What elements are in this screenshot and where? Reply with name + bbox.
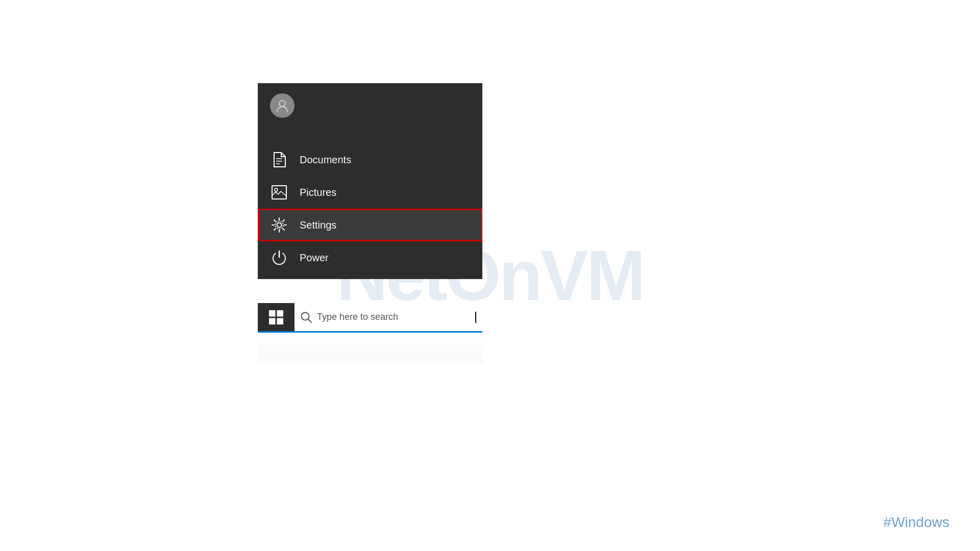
documents-label: Documents: [300, 154, 351, 166]
svg-point-0: [279, 101, 285, 107]
search-icon: [301, 312, 312, 323]
hashtag-label: #Windows: [884, 514, 949, 531]
document-icon: [270, 151, 288, 169]
search-bar-area: Type here to search: [258, 303, 482, 333]
search-cursor: [475, 312, 476, 323]
start-button[interactable]: [258, 303, 295, 331]
search-input-container[interactable]: Type here to search: [295, 303, 482, 331]
pictures-label: Pictures: [300, 187, 336, 198]
menu-item-pictures[interactable]: Pictures: [258, 176, 482, 209]
svg-rect-11: [277, 318, 284, 324]
avatar[interactable]: [270, 93, 295, 118]
menu-item-settings[interactable]: Settings: [258, 209, 482, 241]
start-menu: Documents Pictures Setting: [258, 83, 482, 279]
svg-line-13: [308, 319, 311, 322]
menu-items-list: Documents Pictures Setting: [258, 133, 482, 279]
search-placeholder-text: Type here to search: [317, 312, 470, 322]
svg-point-5: [275, 188, 278, 191]
svg-point-7: [275, 221, 283, 229]
search-bar-reflection: [258, 333, 482, 363]
settings-label: Settings: [300, 219, 336, 231]
user-avatar-area[interactable]: [258, 83, 482, 133]
user-icon: [275, 98, 289, 113]
settings-icon: [270, 216, 288, 234]
svg-rect-4: [272, 186, 286, 199]
svg-point-12: [302, 312, 309, 320]
menu-item-documents[interactable]: Documents: [258, 143, 482, 176]
svg-rect-10: [269, 318, 276, 324]
windows-logo-icon: [269, 310, 283, 324]
power-label: Power: [300, 252, 329, 264]
power-icon: [270, 248, 288, 267]
svg-point-6: [277, 223, 282, 228]
svg-rect-9: [277, 310, 284, 317]
pictures-icon: [270, 183, 288, 202]
svg-rect-8: [269, 310, 276, 317]
menu-item-power[interactable]: Power: [258, 241, 482, 274]
